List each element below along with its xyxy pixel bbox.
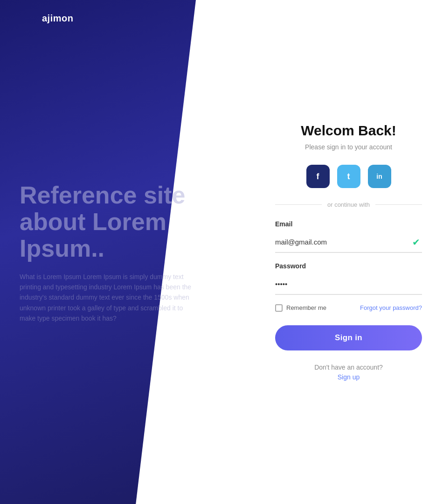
twitter-button[interactable]: t	[337, 165, 360, 188]
twitter-icon: t	[347, 172, 350, 182]
divider-text: or continue with	[327, 201, 370, 208]
password-input[interactable]	[275, 273, 422, 295]
password-label: Password	[275, 262, 422, 270]
remember-label: Remember me	[286, 304, 326, 312]
form-subtitle: Please sign in to your account	[305, 143, 392, 151]
facebook-icon: f	[317, 172, 319, 182]
social-buttons-group: f t in	[306, 165, 391, 188]
hero-heading: Reference site about Lorem Ipsum..	[20, 182, 215, 262]
email-field-group: Email ✔	[275, 220, 422, 253]
signup-link[interactable]: Sign up	[338, 373, 360, 381]
form-options: Remember me Forgot your password?	[275, 304, 422, 312]
login-panel: Welcom Back! Please sign in to your acco…	[261, 0, 436, 504]
form-title: Welcom Back!	[301, 123, 396, 139]
linkedin-icon: in	[376, 173, 382, 180]
email-check-icon: ✔	[412, 237, 420, 248]
hero-section: Reference site about Lorem Ipsum.. What …	[20, 182, 215, 324]
logo: ajimon	[42, 13, 73, 24]
linkedin-button[interactable]: in	[368, 165, 391, 188]
remember-checkbox[interactable]	[275, 304, 283, 312]
signin-button[interactable]: Sign in	[275, 325, 422, 350]
email-wrapper: ✔	[275, 231, 422, 253]
no-account-text: Don't have an account?	[314, 364, 383, 371]
forgot-password-link[interactable]: Forgot your password?	[360, 304, 422, 312]
signup-section: Don't have an account? Sign up	[314, 364, 383, 381]
divider-line-left	[275, 204, 322, 205]
password-wrapper	[275, 273, 422, 295]
email-input[interactable]	[275, 231, 422, 253]
email-label: Email	[275, 220, 422, 228]
facebook-button[interactable]: f	[306, 165, 330, 188]
divider: or continue with	[275, 201, 422, 208]
remember-me-group: Remember me	[275, 304, 326, 312]
divider-line-right	[375, 204, 422, 205]
hero-body: What is Lorem Ipsum Lorem Ipsum is simpl…	[20, 272, 197, 324]
password-field-group: Password	[275, 262, 422, 295]
